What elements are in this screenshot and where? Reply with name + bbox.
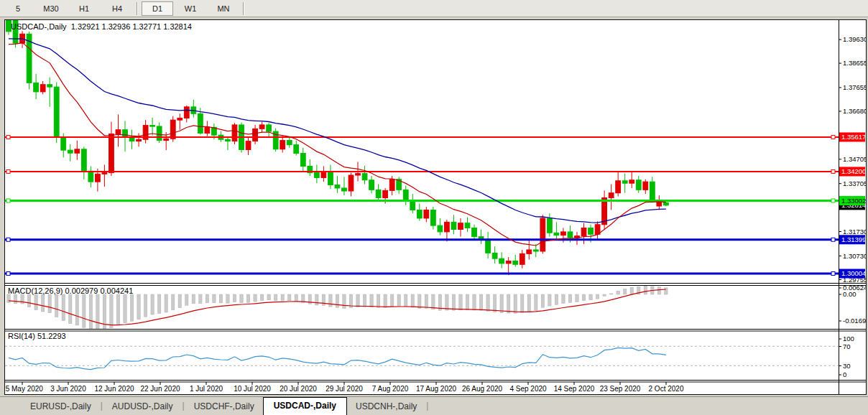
- macd-histogram-bar: [137, 294, 140, 320]
- candle: [157, 123, 162, 143]
- macd-histogram-bar: [562, 294, 565, 303]
- timeframe-button-h1[interactable]: H1: [68, 1, 100, 16]
- level-line-handle: [6, 135, 10, 139]
- macd-histogram-bar: [665, 288, 668, 294]
- candle: [486, 232, 491, 258]
- candle: [308, 159, 313, 176]
- candle: [143, 120, 148, 144]
- macd-histogram-bar: [89, 294, 92, 330]
- level-line-handle: [831, 271, 835, 275]
- macd-histogram-bar: [27, 294, 30, 307]
- macd-axis-label: -0.016933: [843, 317, 866, 325]
- candle: [342, 177, 347, 195]
- price-axis-label: 1.37655: [843, 83, 866, 91]
- macd-histogram-bar: [384, 294, 387, 307]
- chart-tab-usdcnh[interactable]: USDCNH-,Daily: [347, 398, 425, 415]
- macd-indicator-label: MACD(12,26,9) 0.002979 0.004241: [8, 286, 133, 295]
- macd-histogram-bar: [295, 294, 297, 302]
- candle: [451, 215, 456, 234]
- date-axis-label: 4 Sep 2020: [509, 385, 547, 393]
- macd-histogram-bar: [165, 294, 167, 312]
- macd-histogram-bar: [75, 294, 78, 325]
- timeframe-button-d1[interactable]: D1: [142, 1, 173, 16]
- macd-histogram-bar: [479, 294, 482, 310]
- candle: [636, 176, 641, 193]
- date-axis-label: 2 Oct 2020: [649, 385, 684, 393]
- macd-histogram-bar: [535, 294, 537, 311]
- macd-histogram-bar: [390, 294, 393, 307]
- macd-axis-label: 0.00: [843, 290, 857, 298]
- macd-histogram-bar: [178, 294, 181, 308]
- date-axis-label: 22 Jun 2020: [140, 385, 180, 393]
- candle: [424, 207, 429, 222]
- price-axis-label: 1.34705: [843, 155, 866, 163]
- macd-histogram-bar: [233, 294, 236, 302]
- date-axis-label: 20 Jul 2020: [280, 385, 317, 393]
- timeframe-button-mn[interactable]: MN: [208, 1, 239, 16]
- macd-histogram-bar: [116, 294, 119, 325]
- chart-tab-usdchf[interactable]: USDCHF-,Daily: [185, 398, 263, 415]
- chart-tab-eurusd[interactable]: EURUSD-,Daily: [22, 398, 100, 415]
- macd-histogram-bar: [397, 294, 400, 306]
- macd-histogram-bar: [493, 294, 496, 312]
- macd-histogram-bar: [281, 294, 284, 301]
- price-axis-label: 1.38655: [843, 59, 866, 67]
- candle: [445, 220, 450, 241]
- macd-histogram-bar: [589, 294, 592, 300]
- macd-histogram-bar: [124, 294, 126, 323]
- candle: [150, 118, 155, 136]
- timeframe-button-m30[interactable]: M30: [35, 1, 67, 16]
- chart-tab-usdcad[interactable]: USDCAD-,Daily: [263, 397, 347, 415]
- timeframe-button-5[interactable]: 5: [2, 1, 34, 16]
- candle: [650, 177, 655, 202]
- candle: [616, 172, 621, 197]
- date-axis-label: 10 Jul 2020: [234, 385, 271, 393]
- level-line-handle: [6, 169, 10, 173]
- candle: [348, 173, 354, 197]
- candle: [465, 218, 470, 232]
- macd-histogram-bar: [405, 294, 407, 307]
- candle: [643, 179, 648, 194]
- candle: [376, 185, 381, 202]
- chart-canvas: 1.396301.386551.376551.366801.347051.337…: [5, 20, 866, 394]
- candle: [547, 213, 552, 237]
- candle: [410, 194, 415, 213]
- macd-histogram-bar: [206, 294, 208, 303]
- macd-histogram-bar: [425, 294, 428, 309]
- chart-title: USDCAD-,Daily 1.32921 1.32936 1.32771 1.…: [11, 22, 192, 31]
- tab-separator: |: [425, 401, 429, 412]
- macd-histogram-bar: [644, 286, 647, 294]
- macd-histogram-bar: [14, 294, 17, 304]
- macd-histogram-bar: [315, 294, 318, 305]
- candle: [75, 141, 80, 160]
- macd-histogram-bar: [541, 294, 544, 307]
- macd-histogram-bar: [103, 294, 106, 331]
- candle: [109, 122, 114, 177]
- chart-tab-audusd[interactable]: AUDUSD-,Daily: [103, 398, 182, 415]
- timeframe-button-h4[interactable]: H4: [101, 1, 133, 16]
- candle: [177, 113, 183, 129]
- date-axis-label: 1 Jul 2020: [190, 385, 223, 393]
- macd-histogram-bar: [254, 294, 257, 302]
- candle: [321, 166, 326, 182]
- level-line-handle: [831, 238, 835, 241]
- candle: [527, 240, 532, 259]
- macd-histogram-bar: [432, 294, 435, 309]
- macd-histogram-bar: [41, 294, 44, 312]
- candle: [506, 257, 511, 275]
- toolbar-separator: [243, 2, 244, 15]
- candle: [88, 166, 93, 187]
- candle: [191, 100, 196, 118]
- candle: [253, 125, 258, 144]
- level-price-badge-label: 1.31399: [841, 236, 866, 243]
- candle: [362, 166, 367, 185]
- macd-histogram-bar: [630, 287, 633, 294]
- chart-ohlc-values: 1.32921 1.32936 1.32771 1.32814: [71, 22, 192, 31]
- macd-histogram-bar: [521, 294, 524, 312]
- macd-histogram-bar: [624, 289, 627, 294]
- price-axis-label: 1.39630: [843, 35, 866, 43]
- macd-histogram-bar: [62, 294, 65, 321]
- timeframe-button-w1[interactable]: W1: [175, 1, 206, 16]
- candle: [595, 221, 600, 239]
- chart-window[interactable]: 1.396301.386551.376551.366801.347051.337…: [4, 19, 867, 395]
